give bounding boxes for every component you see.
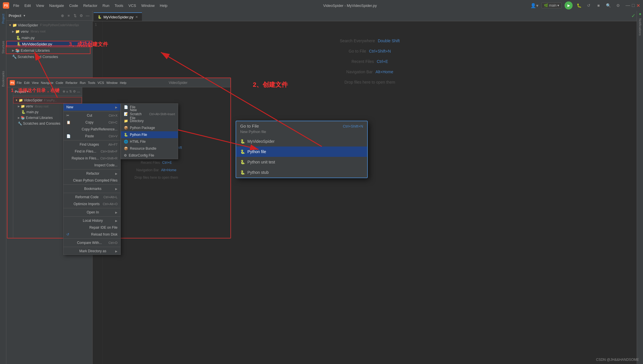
sidebar-tab-project[interactable]: Project: [0, 11, 6, 26]
ov-mainpy-icon: 🐍: [21, 110, 26, 114]
tree-myspider[interactable]: 🐍 MyVideoSpider.py: [6, 41, 92, 47]
ctx-cleanpython[interactable]: Clean Python Compiled Files: [63, 177, 120, 184]
tree-extlibs[interactable]: ▶ 📚 External Libraries: [6, 47, 92, 53]
close-button[interactable]: ✕: [636, 3, 640, 8]
minimize-panel-icon[interactable]: —: [85, 14, 90, 18]
ctx-bookmarks[interactable]: Bookmarks: [63, 185, 120, 192]
project-dropdown-icon[interactable]: ▾: [24, 14, 25, 18]
ctx-findusages[interactable]: Find Usages Alt+F7: [63, 141, 120, 148]
sub-scratchfile-icon: 📝: [124, 112, 128, 116]
ov-root[interactable]: ▼ 📁 VideoSpider F:\myPy...: [13, 97, 82, 103]
menu-refactor[interactable]: Refactor: [81, 2, 100, 9]
ov-gear-icon[interactable]: ⚙: [73, 90, 76, 93]
ov-minimize-icon[interactable]: —: [77, 90, 80, 93]
sub-directory[interactable]: 📁 Directory: [121, 118, 178, 124]
ov-scope-icon[interactable]: ⊕: [63, 90, 65, 93]
venv-suffix: library root: [30, 30, 45, 33]
ctx-replaceinfiles-shortcut: Ctrl+Shift+R: [100, 157, 118, 160]
menu-file[interactable]: File: [11, 2, 22, 9]
menu-code[interactable]: Code: [67, 2, 80, 9]
debug-icon[interactable]: 🐛: [575, 2, 582, 9]
ctx-new[interactable]: New: [63, 104, 120, 111]
ov-menu-run[interactable]: Run: [80, 81, 86, 84]
sub-htmlfile-icon: 🌐: [124, 140, 128, 144]
ov-menu-tools[interactable]: Tools: [88, 81, 95, 84]
menu-window[interactable]: Window: [139, 2, 157, 9]
ctx-findinfiles[interactable]: Find in Files... Ctrl+Shift+F: [63, 148, 120, 155]
result-myspider-icon: 🐍: [240, 139, 245, 144]
ov-menu-file[interactable]: File: [17, 81, 22, 84]
tree-scratches[interactable]: 🔧 Scratches and Consoles: [6, 53, 92, 60]
sub-pyfile[interactable]: 🐍 Python File: [121, 131, 178, 138]
ov-hint-recent-shortcut: Ctrl+E: [162, 161, 172, 165]
ctx-localhistory[interactable]: Local History: [63, 217, 120, 224]
run-button[interactable]: ▶: [565, 1, 573, 9]
menu-navigate[interactable]: Navigate: [47, 2, 66, 9]
ctx-inspectcode[interactable]: Inspect Code...: [63, 162, 120, 169]
minimize-button[interactable]: —: [625, 3, 630, 8]
ov-menu-vcs[interactable]: VCS: [98, 81, 104, 84]
ov-project-dropdown[interactable]: ▾: [27, 90, 28, 93]
ov-collapse-icon[interactable]: ≡: [66, 90, 68, 93]
rerun-icon[interactable]: ↺: [585, 2, 592, 9]
sub-pypkg[interactable]: 📦 Python Package: [121, 124, 178, 131]
search-result-myspider[interactable]: 🐍 MyVideoSpider: [236, 136, 367, 147]
sort-icon[interactable]: ⇅: [73, 14, 77, 18]
ctx-comparewith[interactable]: Compare With... Ctrl+D: [63, 239, 120, 246]
notifications-tab[interactable]: Notifications: [637, 16, 643, 38]
sub-scratchfile[interactable]: 📝 New Scratch File Ctrl+Alt+Shift+Insert: [121, 111, 178, 118]
search-result-pyunit[interactable]: 🐍 Python unit test: [236, 157, 367, 167]
branch-selector[interactable]: 🌿 main ▾: [541, 3, 562, 8]
maximize-button[interactable]: □: [632, 3, 635, 8]
ov-menu-refactor[interactable]: Refactor: [66, 81, 78, 84]
ov-menu-code[interactable]: Code: [56, 81, 63, 84]
menu-help[interactable]: Help: [157, 2, 170, 9]
ctx-copypath[interactable]: Copy Path/Reference...: [63, 126, 120, 133]
ctx-replaceinfiles[interactable]: Replace in Files... Ctrl+Shift+R: [63, 155, 120, 162]
tab-close-icon[interactable]: ✕: [135, 15, 138, 19]
sidebar-tab-bookmarks[interactable]: Bookmarks: [0, 68, 6, 90]
ov-menu-help[interactable]: Help: [120, 81, 126, 84]
tree-root[interactable]: ▼ 📁 VideoSpider F:\myPythonCode\VideoSpi: [6, 22, 92, 28]
tab-myspider[interactable]: 🐍 MyVideoSpider.py ✕: [94, 12, 142, 21]
sub-file[interactable]: 📄 File: [121, 104, 178, 111]
ov-menu-view[interactable]: View: [32, 81, 39, 84]
hint-navbar-shortcut: Alt+Home: [376, 70, 393, 74]
ov-menu-window[interactable]: Window: [106, 81, 118, 84]
scope-icon[interactable]: ⊕: [60, 14, 65, 18]
settings-icon[interactable]: ⚙: [615, 2, 621, 9]
tree-venv[interactable]: ▶ 📁 venv library root: [6, 28, 92, 34]
stop-icon[interactable]: ■: [595, 2, 602, 9]
ctx-paste[interactable]: 📄 Paste Ctrl+V: [63, 133, 120, 140]
collapse-icon[interactable]: ≡: [66, 14, 71, 18]
menu-edit[interactable]: Edit: [22, 2, 33, 9]
ctx-markdiras[interactable]: Mark Directory as: [63, 248, 120, 255]
ctx-reloadfromdisk[interactable]: ↺ Reload from Disk: [63, 231, 120, 238]
menu-tools[interactable]: Tools: [112, 2, 126, 9]
ov-menu-edit[interactable]: Edit: [24, 81, 30, 84]
ctx-copy[interactable]: 📋 Copy Ctrl+C: [63, 119, 120, 126]
ov-sort-icon[interactable]: ⇅: [69, 90, 72, 93]
user-icon[interactable]: 👤▾: [530, 3, 538, 8]
ctx-repairide[interactable]: Repair IDE on File: [63, 224, 120, 231]
sub-editorconfig[interactable]: ⚙ EditorConfig File: [121, 152, 178, 159]
sidebar-tab-structure[interactable]: Structure: [0, 38, 6, 57]
search-icon[interactable]: 🔍: [605, 2, 612, 9]
settings-gear-icon[interactable]: ⚙: [79, 14, 84, 18]
ctx-openin[interactable]: Open In: [63, 209, 120, 216]
result-pystub-icon: 🐍: [240, 170, 245, 175]
scratches-label: Scratches and Consoles: [18, 55, 58, 59]
menu-view[interactable]: View: [34, 2, 46, 9]
ctx-optimizeimports[interactable]: Optimize Imports Ctrl+Alt+O: [63, 201, 120, 207]
menu-run[interactable]: Run: [100, 2, 112, 9]
menu-vcs[interactable]: VCS: [126, 2, 138, 9]
ctx-cut[interactable]: ✂ Cut Ctrl+X: [63, 112, 120, 119]
ctx-reformat[interactable]: Reformat Code Ctrl+Alt+L: [63, 194, 120, 201]
search-result-pystub[interactable]: 🐍 Python stub: [236, 167, 367, 178]
tree-mainpy[interactable]: 🐍 main.py: [6, 34, 92, 41]
ov-menu-navigate[interactable]: Navigate: [41, 81, 53, 84]
ctx-refactor[interactable]: Refactor: [63, 170, 120, 177]
search-result-pyfile[interactable]: 🐍 Python file: [236, 147, 367, 157]
sub-resourcebundle[interactable]: 📦 Resource Bundle: [121, 145, 178, 152]
sub-htmlfile[interactable]: 🌐 HTML File: [121, 138, 178, 145]
